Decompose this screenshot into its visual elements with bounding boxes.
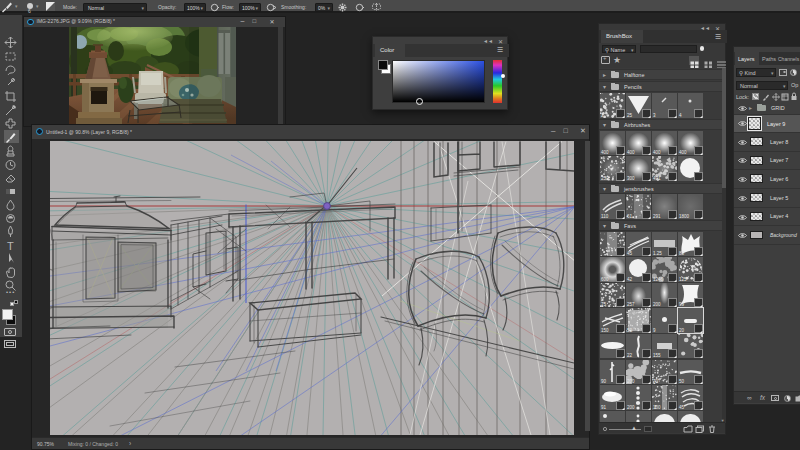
svg-text:T: T bbox=[7, 240, 14, 252]
